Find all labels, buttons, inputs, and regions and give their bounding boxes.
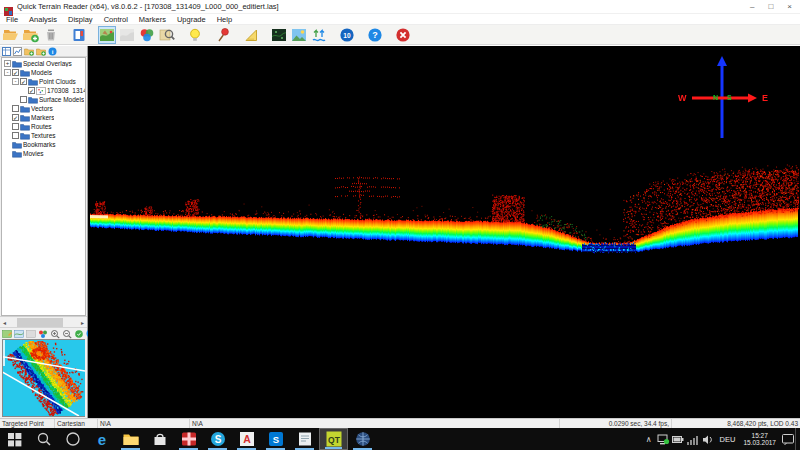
tree-item-routes[interactable]: Routes [2, 122, 85, 131]
minimap-canvas[interactable] [3, 340, 85, 416]
scroll-left-arrow[interactable]: ◂ [0, 319, 9, 326]
viewport-3d[interactable] [88, 46, 800, 418]
add-model-button[interactable] [22, 26, 40, 44]
language-indicator[interactable]: DEU [716, 435, 740, 444]
tree-item-label: Routes [31, 123, 52, 130]
menu-item-control[interactable]: Control [104, 15, 128, 24]
network-icon[interactable] [656, 428, 671, 450]
tree-item-vectors[interactable]: Vectors [2, 104, 85, 113]
scrollbar-track[interactable] [9, 318, 78, 327]
battery-icon[interactable] [671, 428, 686, 450]
tree-expander-icon[interactable]: - [12, 78, 19, 85]
add-group-icon[interactable] [36, 47, 46, 56]
rotate-10-button[interactable]: 10 [338, 26, 356, 44]
running-indicator [325, 447, 342, 449]
exit-icon [395, 27, 411, 43]
tree-checkbox[interactable]: ✓ [20, 78, 27, 85]
taskbar-task-view-button[interactable] [58, 428, 87, 450]
tree-item-textures[interactable]: Textures [2, 131, 85, 140]
skype-icon: S [209, 430, 227, 448]
tree-item-special-overlays[interactable]: +Special Overlays [2, 59, 85, 68]
taskbar-quick-terrain-reader-button[interactable]: QT [319, 428, 348, 450]
mm-edit-icon[interactable] [2, 329, 12, 339]
screenshot-button[interactable] [290, 26, 308, 44]
tree-item-170308-131409-l00[interactable]: ✓170308_131409_L00 [2, 86, 85, 95]
color-options-button[interactable] [138, 26, 156, 44]
tree-expander-icon[interactable]: + [4, 60, 11, 67]
taskbar-skype-for-business-button[interactable]: S [261, 428, 290, 450]
volume-icon[interactable] [701, 428, 716, 450]
horizontal-scrollbar[interactable]: ◂ ▸ [0, 316, 87, 327]
open-file-button[interactable] [2, 26, 20, 44]
menu-item-file[interactable]: File [6, 15, 18, 24]
status-value: N\A [190, 419, 560, 428]
lighting-button[interactable] [186, 26, 204, 44]
layer-properties-icon[interactable] [13, 47, 22, 56]
menu-item-analysis[interactable]: Analysis [29, 15, 57, 24]
measure-tool-button[interactable] [242, 26, 260, 44]
marker-tool-button[interactable] [214, 26, 232, 44]
tree-item-markers[interactable]: ✓Markers [2, 113, 85, 122]
zoom-tool-button[interactable] [158, 26, 176, 44]
add-overlay-icon[interactable] [24, 47, 34, 56]
taskbar-file-explorer-button[interactable] [116, 428, 145, 450]
tree-item-surface-models[interactable]: Surface Models [2, 95, 85, 104]
maximize-button[interactable]: □ [768, 2, 773, 12]
mm-view-icon[interactable] [14, 329, 24, 339]
status-points: 8,468,420 pts, LOD 0.43 [672, 419, 800, 428]
select-layer-icon[interactable] [2, 47, 11, 56]
close-button[interactable]: × [787, 2, 792, 12]
taskbar-acrobat-reader-button[interactable]: A [232, 428, 261, 450]
tree-checkbox[interactable] [12, 123, 19, 130]
tree-item-models[interactable]: -✓Models [2, 68, 85, 77]
profile-tool-button[interactable] [310, 26, 328, 44]
mm-zoom-out-icon[interactable] [62, 329, 72, 339]
taskbar-app-red-button[interactable] [174, 428, 203, 450]
tree-item-bookmarks[interactable]: Bookmarks [2, 140, 85, 149]
mm-disabled-icon[interactable] [26, 329, 36, 339]
tree-checkbox[interactable]: ✓ [12, 69, 19, 76]
tree-checkbox[interactable]: ✓ [12, 114, 19, 121]
terrain-view-button[interactable] [98, 26, 116, 44]
exit-button[interactable] [394, 26, 412, 44]
acrobat-reader-icon: A [238, 430, 256, 448]
mm-zoom-in-icon[interactable] [50, 329, 60, 339]
tree-expander-icon[interactable]: - [4, 69, 11, 76]
menu-item-help[interactable]: Help [217, 15, 232, 24]
minimap[interactable] [2, 339, 85, 417]
legend-button[interactable] [70, 26, 88, 44]
taskbar-start-button[interactable] [0, 428, 29, 450]
scrollbar-thumb[interactable] [17, 318, 63, 327]
action-center-icon[interactable] [780, 428, 795, 450]
taskbar-search-button[interactable] [29, 428, 58, 450]
menu-item-display[interactable]: Display [68, 15, 93, 24]
taskbar-edge-browser-button[interactable]: e [87, 428, 116, 450]
taskbar-web-browser-button[interactable] [348, 428, 377, 450]
taskbar-text-editor-button[interactable] [290, 428, 319, 450]
tree-item-point-clouds[interactable]: -✓Point Clouds [2, 77, 85, 86]
remove-model-button[interactable] [42, 26, 60, 44]
tray-chevron-icon[interactable]: ∧ [642, 435, 656, 444]
clock-date: 15.03.2017 [743, 439, 776, 446]
color-options-icon [139, 27, 155, 43]
taskbar-skype-button[interactable]: S [203, 428, 232, 450]
point-cloud-canvas[interactable] [88, 46, 799, 418]
tree-checkbox[interactable] [12, 132, 19, 139]
mm-refresh-icon[interactable] [74, 329, 84, 339]
minimize-button[interactable]: – [750, 2, 754, 12]
tree-checkbox[interactable]: ✓ [28, 87, 35, 94]
menu-item-upgrade[interactable]: Upgrade [177, 15, 206, 24]
signal-icon[interactable] [686, 428, 701, 450]
scroll-right-arrow[interactable]: ▸ [78, 319, 87, 326]
mm-colors-icon[interactable] [38, 329, 48, 339]
menu-item-markers[interactable]: Markers [139, 15, 166, 24]
clock[interactable]: 15:27 15.03.2017 [739, 432, 780, 446]
help-button[interactable]: ? [366, 26, 384, 44]
taskbar-windows-store-button[interactable] [145, 428, 174, 450]
map-view-button[interactable] [270, 26, 288, 44]
tree-item-movies[interactable]: Movies [2, 149, 85, 158]
layer-info-icon[interactable]: i [48, 47, 57, 56]
tree-checkbox[interactable] [12, 105, 19, 112]
show-desktop-strip[interactable] [795, 428, 800, 450]
tree-checkbox[interactable] [20, 96, 27, 103]
